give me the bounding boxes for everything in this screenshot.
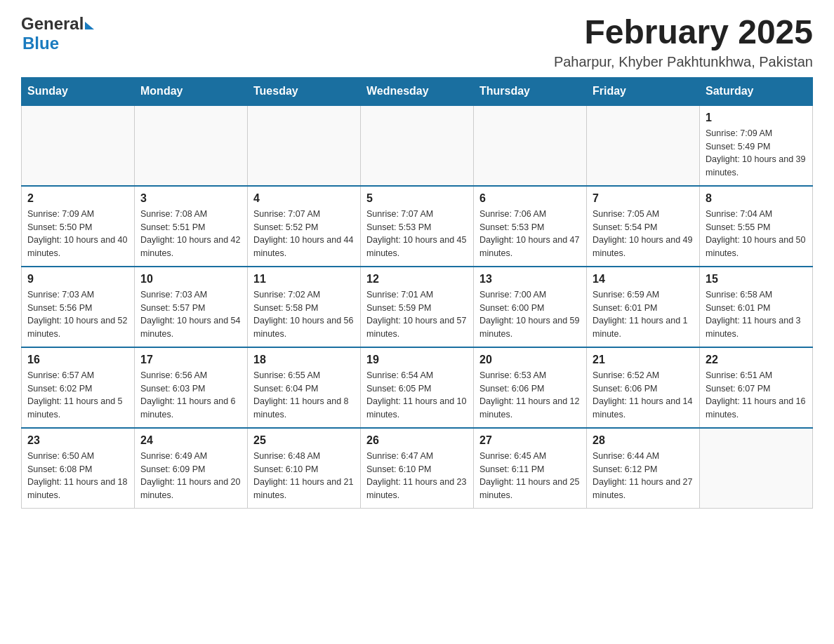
calendar-cell [135, 105, 248, 186]
calendar-cell: 11Sunrise: 7:02 AMSunset: 5:58 PMDayligh… [248, 267, 361, 347]
day-info: Sunrise: 7:09 AMSunset: 5:50 PMDaylight:… [27, 208, 128, 260]
weekday-header-friday: Friday [587, 77, 700, 105]
weekday-header-wednesday: Wednesday [361, 77, 474, 105]
day-info: Sunrise: 6:50 AMSunset: 6:08 PMDaylight:… [27, 450, 128, 502]
day-number: 8 [706, 192, 807, 205]
calendar-cell: 7Sunrise: 7:05 AMSunset: 5:54 PMDaylight… [587, 186, 700, 267]
day-number: 17 [140, 354, 241, 366]
calendar-cell [361, 105, 474, 186]
calendar-cell [587, 105, 700, 186]
calendar-cell: 3Sunrise: 7:08 AMSunset: 5:51 PMDaylight… [135, 186, 248, 267]
logo-triangle-icon [85, 22, 94, 29]
day-number: 11 [253, 273, 355, 286]
day-number: 18 [253, 354, 355, 366]
calendar-cell: 1Sunrise: 7:09 AMSunset: 5:49 PMDaylight… [700, 105, 813, 186]
calendar-cell: 15Sunrise: 6:58 AMSunset: 6:01 PMDayligh… [700, 267, 813, 347]
calendar-cell: 10Sunrise: 7:03 AMSunset: 5:57 PMDayligh… [135, 267, 248, 347]
day-number: 2 [27, 192, 128, 205]
calendar-cell: 9Sunrise: 7:03 AMSunset: 5:56 PMDaylight… [22, 267, 135, 347]
day-number: 25 [253, 434, 355, 447]
calendar-cell: 25Sunrise: 6:48 AMSunset: 6:10 PMDayligh… [248, 428, 361, 509]
calendar-cell: 18Sunrise: 6:55 AMSunset: 6:04 PMDayligh… [248, 347, 361, 428]
weekday-header-sunday: Sunday [22, 77, 135, 105]
day-info: Sunrise: 7:07 AMSunset: 5:53 PMDaylight:… [366, 208, 468, 260]
day-info: Sunrise: 7:04 AMSunset: 5:55 PMDaylight:… [706, 208, 807, 260]
calendar-cell: 24Sunrise: 6:49 AMSunset: 6:09 PMDayligh… [135, 428, 248, 509]
calendar-cell: 4Sunrise: 7:07 AMSunset: 5:52 PMDaylight… [248, 186, 361, 267]
day-info: Sunrise: 7:00 AMSunset: 6:00 PMDaylight:… [479, 288, 581, 341]
day-number: 16 [27, 354, 128, 366]
day-number: 24 [140, 434, 241, 447]
calendar-cell: 14Sunrise: 6:59 AMSunset: 6:01 PMDayligh… [587, 267, 700, 347]
calendar-cell [474, 105, 587, 186]
day-info: Sunrise: 6:52 AMSunset: 6:06 PMDaylight:… [593, 369, 694, 422]
day-info: Sunrise: 7:03 AMSunset: 5:57 PMDaylight:… [140, 288, 241, 341]
calendar-cell: 8Sunrise: 7:04 AMSunset: 5:55 PMDaylight… [700, 186, 813, 267]
calendar-cell [700, 428, 813, 509]
weekday-header-saturday: Saturday [700, 77, 813, 105]
day-number: 7 [593, 192, 694, 205]
logo: General Blue [21, 14, 94, 53]
calendar-subtitle: Paharpur, Khyber Pakhtunkhwa, Pakistan [554, 54, 813, 70]
calendar-cell [22, 105, 135, 186]
calendar-cell: 16Sunrise: 6:57 AMSunset: 6:02 PMDayligh… [22, 347, 135, 428]
weekday-header-thursday: Thursday [474, 77, 587, 105]
day-number: 23 [27, 434, 128, 447]
day-info: Sunrise: 7:07 AMSunset: 5:52 PMDaylight:… [253, 208, 355, 260]
calendar-cell: 5Sunrise: 7:07 AMSunset: 5:53 PMDaylight… [361, 186, 474, 267]
calendar-cell: 22Sunrise: 6:51 AMSunset: 6:07 PMDayligh… [700, 347, 813, 428]
day-number: 21 [593, 354, 694, 366]
calendar-cell [248, 105, 361, 186]
calendar-cell: 26Sunrise: 6:47 AMSunset: 6:10 PMDayligh… [361, 428, 474, 509]
day-info: Sunrise: 6:55 AMSunset: 6:04 PMDaylight:… [253, 369, 355, 422]
day-info: Sunrise: 7:08 AMSunset: 5:51 PMDaylight:… [140, 208, 241, 260]
day-info: Sunrise: 6:56 AMSunset: 6:03 PMDaylight:… [140, 369, 241, 422]
day-info: Sunrise: 6:45 AMSunset: 6:11 PMDaylight:… [479, 450, 581, 502]
week-row-5: 23Sunrise: 6:50 AMSunset: 6:08 PMDayligh… [22, 428, 813, 509]
day-info: Sunrise: 6:44 AMSunset: 6:12 PMDaylight:… [593, 450, 694, 502]
day-number: 14 [593, 273, 694, 286]
calendar-title: February 2025 [554, 14, 813, 51]
calendar-cell: 21Sunrise: 6:52 AMSunset: 6:06 PMDayligh… [587, 347, 700, 428]
calendar-cell: 6Sunrise: 7:06 AMSunset: 5:53 PMDaylight… [474, 186, 587, 267]
day-info: Sunrise: 6:59 AMSunset: 6:01 PMDaylight:… [593, 288, 694, 341]
calendar-table: SundayMondayTuesdayWednesdayThursdayFrid… [21, 77, 813, 509]
day-info: Sunrise: 6:53 AMSunset: 6:06 PMDaylight:… [479, 369, 581, 422]
day-info: Sunrise: 6:47 AMSunset: 6:10 PMDaylight:… [366, 450, 468, 502]
weekday-header-tuesday: Tuesday [248, 77, 361, 105]
calendar-header: SundayMondayTuesdayWednesdayThursdayFrid… [22, 77, 813, 105]
day-number: 13 [479, 273, 581, 286]
weekday-header-row: SundayMondayTuesdayWednesdayThursdayFrid… [22, 77, 813, 105]
day-number: 15 [706, 273, 807, 286]
calendar-cell: 27Sunrise: 6:45 AMSunset: 6:11 PMDayligh… [474, 428, 587, 509]
day-info: Sunrise: 6:57 AMSunset: 6:02 PMDaylight:… [27, 369, 128, 422]
day-number: 19 [366, 354, 468, 366]
calendar-body: 1Sunrise: 7:09 AMSunset: 5:49 PMDaylight… [22, 105, 813, 509]
day-number: 3 [140, 192, 241, 205]
day-number: 27 [479, 434, 581, 447]
logo-blue-text: Blue [22, 34, 59, 53]
day-info: Sunrise: 6:54 AMSunset: 6:05 PMDaylight:… [366, 369, 468, 422]
calendar-cell: 19Sunrise: 6:54 AMSunset: 6:05 PMDayligh… [361, 347, 474, 428]
day-info: Sunrise: 7:01 AMSunset: 5:59 PMDaylight:… [366, 288, 468, 341]
calendar-cell: 13Sunrise: 7:00 AMSunset: 6:00 PMDayligh… [474, 267, 587, 347]
day-info: Sunrise: 7:09 AMSunset: 5:49 PMDaylight:… [706, 127, 807, 180]
calendar-cell: 23Sunrise: 6:50 AMSunset: 6:08 PMDayligh… [22, 428, 135, 509]
day-info: Sunrise: 6:48 AMSunset: 6:10 PMDaylight:… [253, 450, 355, 502]
day-info: Sunrise: 7:06 AMSunset: 5:53 PMDaylight:… [479, 208, 581, 260]
day-info: Sunrise: 7:05 AMSunset: 5:54 PMDaylight:… [593, 208, 694, 260]
day-number: 9 [27, 273, 128, 286]
week-row-4: 16Sunrise: 6:57 AMSunset: 6:02 PMDayligh… [22, 347, 813, 428]
day-number: 22 [706, 354, 807, 366]
page-header: General Blue February 2025 Paharpur, Khy… [21, 14, 813, 70]
day-number: 20 [479, 354, 581, 366]
day-info: Sunrise: 6:58 AMSunset: 6:01 PMDaylight:… [706, 288, 807, 341]
week-row-2: 2Sunrise: 7:09 AMSunset: 5:50 PMDaylight… [22, 186, 813, 267]
calendar-cell: 20Sunrise: 6:53 AMSunset: 6:06 PMDayligh… [474, 347, 587, 428]
calendar-cell: 2Sunrise: 7:09 AMSunset: 5:50 PMDaylight… [22, 186, 135, 267]
day-number: 26 [366, 434, 468, 447]
calendar-cell: 12Sunrise: 7:01 AMSunset: 5:59 PMDayligh… [361, 267, 474, 347]
week-row-3: 9Sunrise: 7:03 AMSunset: 5:56 PMDaylight… [22, 267, 813, 347]
day-number: 12 [366, 273, 468, 286]
calendar-cell: 17Sunrise: 6:56 AMSunset: 6:03 PMDayligh… [135, 347, 248, 428]
